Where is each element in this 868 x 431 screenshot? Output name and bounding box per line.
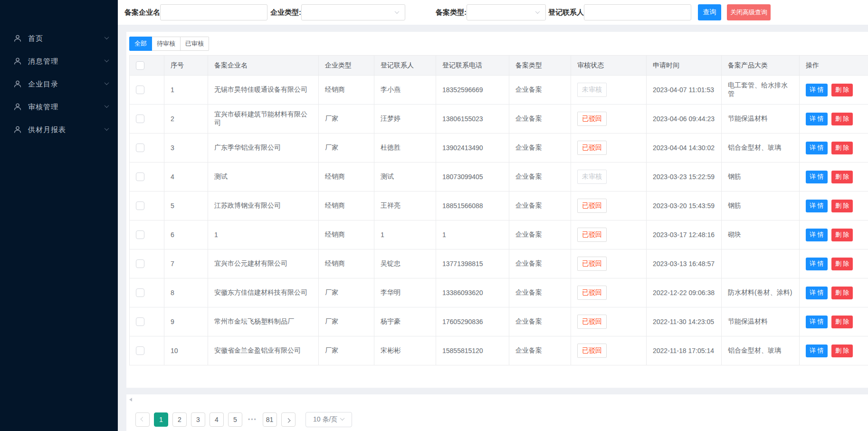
detail-button[interactable]: 详 情 [806, 113, 828, 125]
phone-cell: 15855815120 [436, 336, 509, 365]
delete-button[interactable]: 删 除 [831, 200, 853, 212]
enterprise-type-cell: 经销商 [319, 76, 374, 105]
close-advanced-search-button[interactable]: 关闭高级查询 [727, 4, 771, 20]
delete-button[interactable]: 删 除 [831, 258, 853, 270]
delete-button[interactable]: 删 除 [831, 142, 853, 154]
page-button-81[interactable]: 81 [263, 412, 277, 427]
enterprise-type-select[interactable] [301, 4, 405, 20]
status-badge: 已驳回 [577, 141, 607, 155]
company-cell: 安徽省金兰金盈铝业有限公司 [208, 336, 319, 365]
status-cell: 已驳回 [571, 249, 647, 278]
delete-button[interactable]: 删 除 [831, 316, 853, 328]
tab-1[interactable]: 待审核 [152, 37, 181, 51]
sidebar-item-2[interactable]: 企业目录 [0, 73, 118, 96]
operations-cell: 详 情删 除 [800, 336, 868, 365]
row-checkbox[interactable] [136, 115, 144, 123]
row-checkbox[interactable] [136, 172, 144, 181]
chevron-down-icon [105, 126, 109, 131]
row-checkbox[interactable] [136, 317, 144, 326]
table-row: 8安徽东方佳信建材科技有限公司厂家李华明13386093620企业备案已驳回20… [130, 278, 868, 307]
column-header: 审核状态 [571, 56, 647, 76]
tab-0[interactable]: 全部 [129, 37, 152, 51]
delete-button[interactable]: 删 除 [831, 84, 853, 96]
enterprise-type-label: 企业类型: [270, 8, 301, 17]
hscroll-left-arrow-icon[interactable] [129, 398, 132, 402]
category-cell: 电工套管、给水排水管 [722, 76, 800, 105]
sidebar-item-0[interactable]: 首页 [0, 27, 118, 50]
seq-cell: 2 [164, 105, 208, 134]
detail-button[interactable]: 详 情 [806, 84, 828, 96]
chevron-right-icon [286, 418, 291, 422]
prev-page-button[interactable] [135, 412, 150, 427]
apply-time-cell: 2023-04-07 11:01:53 [647, 76, 722, 105]
delete-button[interactable]: 删 除 [831, 113, 853, 125]
column-header: 登记联系电话 [436, 56, 509, 76]
row-select-cell [130, 336, 164, 365]
row-checkbox[interactable] [136, 86, 144, 94]
delete-button[interactable]: 删 除 [831, 345, 853, 357]
chevron-left-icon [140, 417, 145, 421]
detail-button[interactable]: 详 情 [806, 316, 828, 328]
filter-bar: 备案企业名 企业类型: 备案类型: 登记联系人 查询 关闭高级查询 [118, 0, 868, 25]
delete-button[interactable]: 删 除 [831, 229, 853, 241]
sidebar-item-label: 首页 [28, 34, 105, 43]
page-button-1[interactable]: 1 [154, 412, 168, 427]
status-badge: 已驳回 [577, 112, 607, 126]
row-checkbox[interactable] [136, 201, 144, 210]
sidebar-item-3[interactable]: 审核管理 [0, 96, 118, 118]
table-row: 2宜兴市硕科建筑节能材料有限公司厂家汪梦婷13806155023企业备案已驳回2… [130, 105, 868, 134]
search-button[interactable]: 查询 [698, 4, 721, 20]
sidebar-item-label: 审核管理 [28, 103, 105, 112]
category-cell: 铝合金型材、玻璃 [722, 336, 800, 365]
detail-button[interactable]: 详 情 [806, 171, 828, 183]
row-checkbox[interactable] [136, 230, 144, 239]
detail-button[interactable]: 详 情 [806, 287, 828, 299]
delete-button[interactable]: 删 除 [831, 171, 853, 183]
chevron-down-icon [535, 9, 540, 14]
detail-button[interactable]: 详 情 [806, 229, 828, 241]
delete-button[interactable]: 删 除 [831, 287, 853, 299]
status-badge: 已驳回 [577, 286, 607, 300]
page-size-select[interactable]: 10 条/页 [305, 412, 352, 427]
row-checkbox[interactable] [136, 259, 144, 268]
sidebar-item-4[interactable]: 供材月报表 [0, 118, 118, 141]
user-icon [13, 34, 22, 43]
company-name-input[interactable] [160, 4, 267, 20]
column-header: 登记联系人 [374, 56, 436, 76]
detail-button[interactable]: 详 情 [806, 258, 828, 270]
chevron-down-icon [105, 103, 109, 108]
row-checkbox[interactable] [136, 346, 144, 355]
page-button-3[interactable]: 3 [191, 412, 205, 427]
table-row: 61经销商11企业备案已驳回2023-03-17 12:48:16砌块详 情删 … [130, 220, 868, 249]
apply-time-cell: 2023-04-06 09:44:23 [647, 105, 722, 134]
row-checkbox[interactable] [136, 144, 144, 152]
tab-2[interactable]: 已审核 [180, 37, 209, 51]
sidebar-item-1[interactable]: 消息管理 [0, 50, 118, 73]
user-icon [13, 125, 22, 134]
table-row: 9常州市金坛飞杨塑料制品厂厂家杨宇豪17605290836企业备案已驳回2022… [130, 307, 868, 336]
column-header: 操作 [800, 56, 868, 76]
row-select-cell [130, 220, 164, 249]
page-button-2[interactable]: 2 [172, 412, 187, 427]
seq-cell: 6 [164, 220, 208, 249]
filing-type-select[interactable] [467, 4, 546, 20]
contact-input[interactable] [584, 4, 691, 20]
detail-button[interactable]: 详 情 [806, 142, 828, 154]
select-all-checkbox[interactable] [136, 61, 144, 70]
row-select-cell [130, 105, 164, 134]
category-cell [722, 249, 800, 278]
apply-time-cell: 2023-04-04 14:30:02 [647, 134, 722, 163]
page-button-5[interactable]: 5 [228, 412, 242, 427]
company-cell: 常州市金坛飞杨塑料制品厂 [208, 307, 319, 336]
detail-button[interactable]: 详 情 [806, 345, 828, 357]
detail-button[interactable]: 详 情 [806, 200, 828, 212]
next-page-button[interactable] [281, 412, 296, 427]
pagination-ellipsis[interactable]: ••• [248, 416, 257, 423]
phone-cell: 1 [436, 220, 509, 249]
filing-type-cell: 企业备案 [509, 220, 571, 249]
row-checkbox[interactable] [136, 288, 144, 297]
enterprise-type-cell: 厂家 [319, 278, 374, 307]
page-button-4[interactable]: 4 [210, 412, 224, 427]
sidebar-menu: 首页消息管理企业目录审核管理供材月报表 [0, 0, 118, 141]
operations-cell: 详 情删 除 [800, 278, 868, 307]
